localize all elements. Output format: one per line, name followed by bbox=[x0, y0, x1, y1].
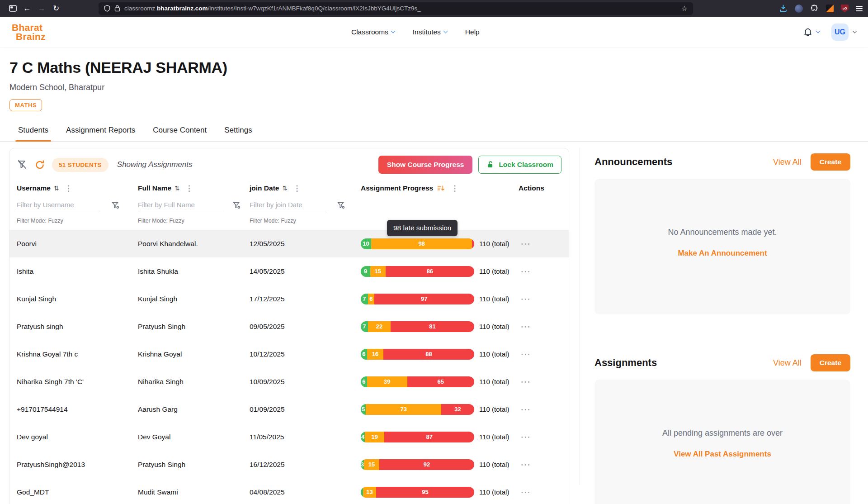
cell-fullname: Pratyush Singh bbox=[138, 461, 250, 469]
progress-bar-segments: 1098 bbox=[361, 238, 474, 249]
assignments-create-button[interactable]: Create bbox=[811, 354, 850, 371]
announcements-view-all-link[interactable]: View All bbox=[773, 157, 802, 167]
filter-fullname-input[interactable] bbox=[138, 199, 222, 211]
back-icon[interactable]: ← bbox=[20, 2, 34, 15]
seg-amber-segment: 98 bbox=[371, 238, 472, 249]
cell-fullname: Niharika Singh bbox=[138, 378, 250, 386]
show-course-progress-button[interactable]: Show Course Progress bbox=[378, 156, 473, 174]
column-menu-icon[interactable]: ⋮ bbox=[293, 184, 301, 193]
progress-bar-segments: 41987 bbox=[361, 432, 474, 442]
table-row[interactable]: PratyushSingh@2013 Pratyush Singh 16/12/… bbox=[9, 451, 569, 478]
nav-institutes[interactable]: Institutes bbox=[413, 28, 447, 36]
row-actions-button[interactable]: ⋯ bbox=[520, 297, 531, 301]
progress-total: 110 (total) bbox=[479, 350, 509, 358]
downloads-icon[interactable] bbox=[779, 4, 788, 13]
cell-progress: 41987 110 (total) bbox=[361, 432, 519, 442]
cell-username: +917017544914 bbox=[17, 405, 138, 414]
table-row[interactable]: Krishna Goyal 7th c Krishna Goyal 10/12/… bbox=[9, 340, 569, 368]
nav-classrooms[interactable]: Classrooms bbox=[351, 28, 395, 36]
cell-joindate: 12/05/2025 bbox=[250, 240, 361, 248]
filter-settings-icon[interactable] bbox=[232, 200, 241, 210]
sort-desc-icon[interactable] bbox=[437, 184, 445, 193]
progress-bar: 31592 bbox=[361, 459, 474, 470]
progress-total: 110 (total) bbox=[479, 461, 509, 468]
nav-help[interactable]: Help bbox=[465, 28, 480, 36]
row-actions-button[interactable]: ⋯ bbox=[520, 435, 531, 439]
cell-fullname: Ishita Shukla bbox=[138, 267, 250, 276]
student-count-badge: 51 STUDENTS bbox=[52, 158, 108, 172]
cell-actions: ⋯ bbox=[519, 352, 561, 357]
tab-settings[interactable]: Settings bbox=[224, 122, 252, 141]
table-row[interactable]: God_MDT Mudit Swami 04/08/2025 1395 110 … bbox=[9, 478, 569, 504]
sort-icon[interactable]: ⇅ bbox=[175, 185, 180, 192]
extension-checkered-icon[interactable] bbox=[826, 5, 834, 12]
tab-assignment-reports[interactable]: Assignment Reports bbox=[66, 122, 135, 141]
table-row[interactable]: Pratyush singh Pratyush Singh 09/05/2025… bbox=[9, 313, 569, 340]
lock-classroom-button[interactable]: Lock Classroom bbox=[478, 156, 561, 174]
table-row[interactable]: Niharika Singh 7th 'C' Niharika Singh 10… bbox=[9, 368, 569, 395]
bookmark-star-icon[interactable]: ☆ bbox=[681, 4, 688, 13]
bell-icon bbox=[803, 27, 813, 37]
progress-bar-segments: 1395 bbox=[361, 487, 474, 498]
sort-icon[interactable]: ⇅ bbox=[54, 185, 59, 192]
row-actions-button[interactable]: ⋯ bbox=[520, 407, 531, 412]
seg-red-segment: 86 bbox=[386, 266, 474, 277]
url-bar[interactable]: classroomz.bharatbrainz.com/institutes/I… bbox=[99, 2, 693, 15]
cell-username: Poorvi bbox=[17, 240, 138, 248]
row-actions-button[interactable]: ⋯ bbox=[520, 269, 531, 274]
row-actions-button[interactable]: ⋯ bbox=[520, 380, 531, 384]
announcements-title: Announcements bbox=[594, 156, 672, 168]
tab-bar: Students Assignment Reports Course Conte… bbox=[0, 122, 868, 142]
column-menu-icon[interactable]: ⋮ bbox=[451, 184, 458, 193]
extension-avatar-icon[interactable] bbox=[795, 5, 803, 13]
column-menu-icon[interactable]: ⋮ bbox=[185, 184, 193, 193]
assignments-view-all-link[interactable]: View All bbox=[773, 358, 802, 368]
refresh-icon[interactable] bbox=[34, 159, 45, 170]
menu-hamburger-icon[interactable] bbox=[856, 6, 863, 11]
ublock-shield-icon[interactable]: uO bbox=[841, 5, 849, 13]
row-actions-button[interactable]: ⋯ bbox=[520, 462, 531, 467]
cell-joindate: 09/05/2025 bbox=[250, 323, 361, 331]
tab-course-content[interactable]: Course Content bbox=[153, 122, 207, 141]
seg-amber-segment: 13 bbox=[363, 487, 377, 498]
filter-settings-icon[interactable] bbox=[111, 200, 120, 210]
make-announcement-link[interactable]: Make An Announcement bbox=[678, 249, 767, 258]
cell-fullname: Krishna Goyal bbox=[138, 350, 250, 358]
row-actions-button[interactable]: ⋯ bbox=[520, 490, 531, 494]
table-row[interactable]: Dev goyal Dev Goyal 11/05/2025 41987 110… bbox=[9, 423, 569, 451]
row-actions-button[interactable]: ⋯ bbox=[520, 324, 531, 329]
cell-joindate: 14/05/2025 bbox=[250, 267, 361, 276]
main-nav: Classrooms Institutes Help bbox=[351, 28, 480, 36]
seg-amber-segment: 73 bbox=[366, 404, 441, 415]
filter-settings-icon[interactable] bbox=[336, 200, 346, 210]
cell-progress: 61688 110 (total) bbox=[361, 349, 519, 360]
cell-fullname: Aarush Garg bbox=[138, 405, 250, 414]
table-row[interactable]: Kunjal Singh Kunjal Singh 17/12/2025 769… bbox=[9, 285, 569, 313]
sidebar-icon[interactable] bbox=[5, 2, 20, 15]
forward-icon[interactable]: → bbox=[34, 2, 49, 15]
filter-username-input[interactable] bbox=[17, 199, 101, 211]
table-row[interactable]: +917017544914 Aarush Garg 01/09/2025 573… bbox=[9, 395, 569, 423]
brand-logo[interactable]: Bharat Brainz bbox=[12, 23, 46, 41]
view-past-assignments-link[interactable]: View All Past Assignments bbox=[674, 450, 771, 459]
column-menu-icon[interactable]: ⋮ bbox=[65, 184, 72, 193]
filter-joindate-input[interactable] bbox=[250, 199, 326, 211]
tab-students[interactable]: Students bbox=[18, 122, 48, 141]
announcements-create-button[interactable]: Create bbox=[811, 153, 850, 171]
cell-progress: 7697 110 (total) bbox=[361, 294, 519, 304]
extensions-puzzle-icon[interactable] bbox=[810, 4, 819, 13]
user-menu[interactable]: UG bbox=[831, 24, 856, 41]
filter-off-icon[interactable] bbox=[17, 159, 28, 170]
notifications-button[interactable] bbox=[803, 27, 820, 37]
row-actions-button[interactable]: ⋯ bbox=[520, 242, 531, 246]
reload-icon[interactable]: ↻ bbox=[49, 2, 63, 15]
table-row[interactable]: Poorvi Poorvi Khandelwal. 12/05/2025 109… bbox=[9, 230, 569, 257]
col-fullname: Full Name⇅⋮ bbox=[138, 184, 250, 193]
sort-icon[interactable]: ⇅ bbox=[282, 185, 288, 192]
row-actions-button[interactable]: ⋯ bbox=[520, 352, 531, 357]
progress-total: 110 (total) bbox=[479, 240, 509, 247]
table-header: Username⇅⋮ Full Name⇅⋮ join Date⇅⋮ Assig… bbox=[9, 181, 569, 195]
seg-green-segment: 6 bbox=[361, 349, 367, 360]
progress-total: 110 (total) bbox=[479, 488, 509, 496]
table-row[interactable]: Ishita Ishita Shukla 14/05/2025 91586 11… bbox=[9, 257, 569, 285]
